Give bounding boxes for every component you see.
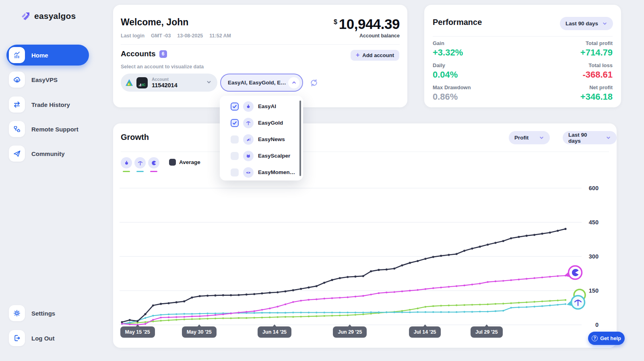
sidebar-item-community[interactable]: Community: [6, 143, 89, 164]
metric-total-loss: Total loss -368.61: [582, 62, 613, 80]
login-time: 11:52 AM: [209, 33, 231, 39]
x-axis-date-pill: May 30 '25: [182, 326, 217, 338]
megaphone-icon: [243, 134, 254, 145]
accounts-count-badge: 6: [159, 50, 167, 58]
x-axis-date-pill: Jun 14 '25: [258, 326, 291, 338]
divider: [433, 36, 613, 37]
account-number: 11542014: [152, 82, 178, 88]
x-axis-date-pill: Jul 14 '25: [409, 326, 441, 338]
checkbox[interactable]: [231, 152, 239, 160]
sidebar-item-easyvps[interactable]: EasyVPS: [6, 69, 89, 90]
metric-net-profit: Net profit +346.18: [580, 84, 613, 102]
bar-chart-icon: [9, 47, 25, 63]
chart-legend: Average: [121, 157, 200, 168]
strategies-selected-value: EasyAI, EasyGold, E…: [228, 80, 286, 86]
chevron-up-icon[interactable]: [288, 77, 299, 88]
last-login-label: Last login: [121, 33, 144, 39]
sidebar-item-trade-history[interactable]: Trade History: [6, 94, 89, 115]
sidebar-item-label: Trade History: [31, 101, 70, 108]
performance-range-select[interactable]: Last 90 days: [560, 17, 613, 30]
get-help-button[interactable]: ? Get help: [588, 332, 625, 345]
chevron-down-icon: [206, 79, 212, 86]
pickaxe-icon: [134, 157, 146, 168]
x-axis-labels: May 15 '25May 30 '25Jun 14 '25Jun 29 '25…: [120, 326, 609, 343]
timezone: GMT -03: [151, 33, 171, 39]
hand-icon: [243, 101, 254, 112]
metric-gain: Gain +3.32%: [433, 40, 463, 58]
divider: [121, 152, 609, 152]
question-mark-icon: ?: [592, 335, 598, 341]
strategies-dropdown: EasyAI EasyGold EasyNews: [220, 96, 303, 180]
chevron-down-icon: [606, 135, 611, 140]
svg-text:300: 300: [589, 253, 599, 260]
sidebar-item-remote-support[interactable]: Remote Support: [6, 119, 89, 139]
svg-text:600: 600: [589, 185, 599, 191]
performance-card: Performance Last 90 days Gain +3.32% Dai…: [424, 5, 621, 107]
page-title: Welcome, John: [121, 17, 188, 28]
dropdown-item-easynews[interactable]: EasyNews: [220, 131, 303, 148]
gear-icon: [9, 305, 25, 321]
svg-text:450: 450: [589, 219, 599, 226]
sidebar-item-home[interactable]: Home: [6, 45, 89, 66]
app-logo: easyalgos: [20, 10, 76, 21]
chevron-down-icon: [539, 135, 544, 140]
performance-title: Performance: [433, 18, 482, 27]
dropdown-item-easygold[interactable]: EasyGold: [220, 115, 303, 131]
growth-chart[interactable]: 6004503001500: [120, 172, 609, 340]
pacman-icon: [148, 157, 159, 168]
checkbox[interactable]: [231, 103, 239, 111]
scrollbar[interactable]: [299, 101, 301, 176]
checkbox[interactable]: [231, 135, 239, 144]
account-selector[interactable]: IC Account 11542014: [121, 74, 217, 92]
swap-arrows-icon: [9, 96, 25, 113]
plus-icon: +: [356, 52, 359, 58]
add-account-button[interactable]: + Add account: [351, 50, 399, 61]
pickaxe-icon: [243, 118, 254, 128]
sidebar-item-logout[interactable]: Log Out: [6, 328, 89, 349]
growth-metric-select[interactable]: Profit: [509, 131, 550, 144]
network-nodes-icon: [9, 121, 25, 137]
logo-text: easyalgos: [34, 11, 76, 21]
sidebar-item-label: Home: [31, 52, 48, 59]
paper-plane-icon: [9, 146, 25, 162]
sidebar-item-label: Community: [31, 150, 65, 157]
checkbox[interactable]: [231, 168, 239, 176]
login-date: 13-08-2025: [177, 33, 203, 39]
strategies-multiselect[interactable]: EasyAI, EasyGold, E…: [220, 74, 303, 92]
sidebar-item-label: EasyVPS: [31, 76, 58, 83]
account-label: Account: [152, 77, 178, 82]
car-icon: [243, 167, 254, 178]
growth-title: Growth: [121, 133, 149, 142]
sidebar-item-label: Remote Support: [31, 126, 78, 133]
currency-symbol: $: [334, 18, 337, 26]
sidebar-item-settings[interactable]: Settings: [6, 303, 89, 324]
dropdown-item-easyai[interactable]: EasyAI: [220, 98, 303, 115]
growth-range-select[interactable]: Last 90 days: [563, 131, 617, 144]
broker-ic-markets-icon: IC: [136, 77, 148, 88]
growth-card: Growth Profit Last 90 days: [113, 123, 617, 348]
accounts-subtitle: Select an account to visualize data: [121, 64, 204, 70]
last-login-row: Last login GMT -03 13-08-2025 11:52 AM: [121, 33, 231, 39]
divider: [121, 44, 400, 45]
metric-daily: Daily 0.04%: [433, 62, 458, 80]
accounts-heading: Accounts: [121, 49, 156, 58]
checkbox[interactable]: [231, 119, 239, 127]
cat-icon: [243, 151, 254, 161]
mt5-platform-icon: [124, 78, 134, 88]
account-balance: $ 10,944.39 Account balance: [334, 16, 400, 39]
sidebar-item-label: Log Out: [31, 335, 54, 342]
svg-text:150: 150: [589, 287, 599, 294]
dropdown-item-easymomentum[interactable]: EasyMomen…: [220, 164, 303, 180]
welcome-card: Welcome, John Last login GMT -03 13-08-2…: [113, 5, 407, 107]
sidebar-item-label: Settings: [31, 310, 55, 317]
hand-icon: [121, 157, 132, 168]
x-axis-date-pill: Jul 29 '25: [471, 326, 503, 338]
legend-average: Average: [169, 159, 200, 166]
refresh-icon[interactable]: [310, 78, 318, 89]
logo-arrow-icon: [20, 10, 31, 21]
logout-icon: [9, 330, 25, 346]
dropdown-item-easyscalper[interactable]: EasyScalper: [220, 148, 303, 164]
balance-label: Account balance: [334, 33, 400, 39]
sidebar: easyalgos Home EasyVPS Trade History: [0, 0, 105, 361]
cloud-server-icon: [9, 72, 25, 88]
